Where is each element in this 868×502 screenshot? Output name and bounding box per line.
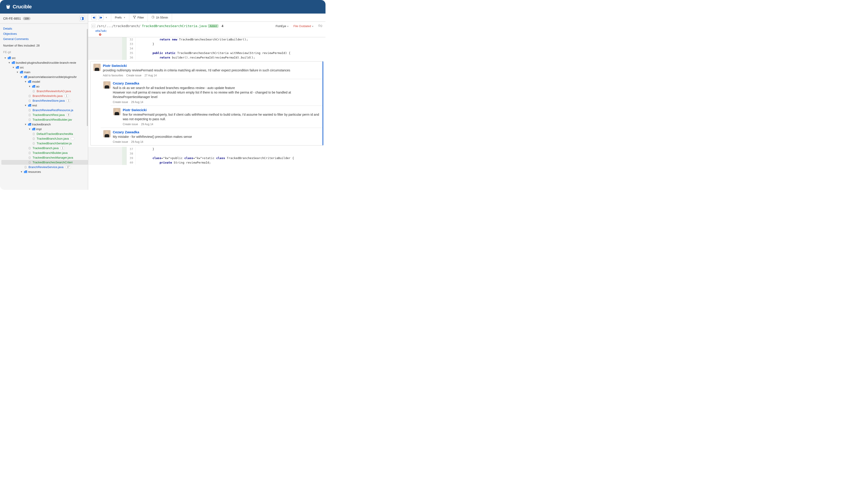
comment-badge: 17 [65,166,71,168]
chevron-down-icon[interactable]: ▼ [16,71,19,73]
file-icon: ⟨⟩ [29,94,32,97]
folder-icon [8,57,11,60]
comment-text: Null is ok as we search for all tracked … [113,86,320,99]
chevron-down-icon[interactable]: ▼ [20,76,23,78]
tree-file[interactable]: ⟨⟩TrackedBranchRestBuilder.jav [1,117,88,122]
chevron-down-icon[interactable]: ▼ [8,61,11,64]
code-text: class="kw">public class="kw">static clas… [136,156,294,160]
tree-folder-impl[interactable]: ▼impl [1,127,88,132]
file-name[interactable]: TrackedBranchesSearchCriteria.java [142,24,207,28]
tree-folder-src[interactable]: ▼src [1,55,88,60]
chevron-down-icon[interactable]: ▼ [4,57,7,59]
permalink-icon[interactable] [318,24,322,28]
chevron-down-icon[interactable]: ▼ [24,81,27,83]
line-number: 35 [127,51,136,55]
logo[interactable]: Crucible [6,4,32,10]
tree-file-selected[interactable]: ⟨⟩TrackedBranchesSearchCriteri [1,160,88,165]
sidebar-link-objectives[interactable]: Objectives [3,31,85,36]
code-line[interactable]: 39 class="kw">public class="kw">static c… [88,156,326,160]
avatar[interactable] [93,64,101,71]
code-line[interactable]: 35 public static TrackedBranchesSearchCr… [88,51,326,55]
tree-file[interactable]: ⟨⟩TrackedBranchBuilder.java [1,150,88,155]
chevron-down-icon[interactable]: ▼ [24,123,27,126]
code-text: } [136,147,154,151]
tree-file[interactable]: ⟨⟩TrackedBranchesManager.java [1,155,88,160]
comment-action[interactable]: Create issue [113,101,128,104]
code-line[interactable]: 34 [88,46,326,51]
tree-file[interactable]: ⟨⟩BranchReviewService.java17 [1,165,88,169]
file-outdated-dropdown[interactable]: File Outdated▼ [293,24,314,28]
file-icon: ⟨⟩ [29,108,32,112]
line-number: 33 [127,42,136,46]
comment-author[interactable]: Cezary Zawadka [113,130,320,134]
tree-file[interactable]: ⟨⟩TrackedBranchRest.java8 [1,113,88,117]
tree-folder-main[interactable]: ▼main [1,70,88,75]
file-icon: ⟨⟩ [32,142,36,145]
sidebar-header: CR-FE-8851 109 [0,13,88,24]
comment-author[interactable]: Piotr Swiecicki [123,108,320,112]
filter-icon [133,15,136,19]
tree-file[interactable]: ⟨⟩TrackedBranchSerializer.ja [1,141,88,146]
tree-file[interactable]: ⟨⟩TrackedBranchJson.java [1,136,88,141]
tree-folder-trackedbranch[interactable]: ▼trackedbranch [1,122,88,127]
code-text: private String reviewPermaId; [136,160,211,165]
chevron-down-icon[interactable]: ▼ [12,66,15,69]
file-icon: ⟨⟩ [32,90,36,93]
comment-action[interactable]: Add to favourites [103,74,123,77]
tree-file[interactable]: ⟨⟩BranchReviewInfo.java1 [1,94,88,98]
main-area: ▼ Prefs ▼ Filter 1h 55min [88,13,326,190]
sidebar-scrollbar[interactable] [87,29,88,126]
avatar[interactable] [113,108,121,115]
tree-folder-ao[interactable]: ▼ao [1,84,88,89]
fisheye-dropdown[interactable]: FishEye▼ [276,24,289,28]
folder-icon [32,85,35,88]
avatar[interactable] [103,81,111,88]
tree-file[interactable]: ⟨⟩BranchReviewInfoAO.java [1,89,88,94]
review-id: CR-FE-8851 [3,17,21,20]
chevron-down-icon[interactable]: ▼ [29,85,31,88]
comment-author[interactable]: Cezary Zawadka [113,81,320,85]
comment-meta: Create issue·29 Aug 14 [113,140,320,144]
comment-author[interactable]: Piotr Swiecicki [103,64,320,67]
folder-icon [20,71,23,74]
filter-button[interactable]: Filter [129,13,148,21]
brand-name: Crucible [13,4,32,10]
tree-file[interactable]: ⟨⟩TrackedBranch.java1 [1,146,88,150]
tree-folder-bundled[interactable]: ▼bundled-plugins/bundled/crucible-branch… [1,60,88,65]
prefs-dropdown[interactable]: Prefs ▼ [111,13,129,21]
tree-folder-model[interactable]: ▼model [1,79,88,84]
chevron-down-icon[interactable]: ▼ [24,104,27,107]
prev-file-button[interactable] [91,15,97,20]
commit-hash[interactable]: e0a7a4c [95,29,322,32]
tree-folder-src2[interactable]: ▼src [1,65,88,70]
code-line[interactable]: 40 private String reviewPermaId; [88,160,326,165]
tree-folder-rest[interactable]: ▼rest [1,103,88,108]
tree-folder-resources[interactable]: ▼resources [1,169,88,174]
tree-file[interactable]: ⟨⟩BranchReviewStore.java1 [1,98,88,103]
tree-file[interactable]: ⟨⟩DefaultTrackedBranchesMa [1,132,88,136]
comment-action[interactable]: Create issue [123,123,138,126]
next-file-button[interactable] [98,15,104,20]
comment-meta: Add to favourites·Create issue·27 Aug 14 [103,74,320,77]
file-icon: ⟨⟩ [29,151,32,155]
comment-action[interactable]: Create issue [126,74,141,77]
sidebar-link-general-comments[interactable]: General Comments [3,36,85,42]
nav-dropdown[interactable]: ▼ [105,17,107,19]
tree-file[interactable]: ⟨⟩BranchReviewRestResource.ja [1,108,88,113]
comment: Piotr Swiecickiproviding null/empty revi… [91,61,322,79]
chevron-down-icon[interactable]: ▼ [20,170,23,173]
code-text [136,151,138,156]
code-line[interactable]: 32 return new TrackedBranchesSearchCrite… [88,37,326,42]
app-header: Crucible [0,0,326,13]
tree-folder-javapath[interactable]: ▼java/com/atlassian/crucible/plugins/br [1,75,88,79]
avatar[interactable] [103,130,111,137]
code-line[interactable]: 36 return builder().reviewPermaId(review… [88,55,326,60]
code-line[interactable]: 33 } [88,42,326,46]
comment-action[interactable]: Create issue [113,140,128,144]
sidebar-link-details[interactable]: Details [3,26,85,31]
collapse-sidebar-button[interactable] [79,16,85,21]
code-line[interactable]: 38 [88,151,326,156]
chevron-down-icon[interactable]: ▼ [29,128,31,130]
code-line[interactable]: 37 } [88,147,326,151]
comment-thread: Piotr Swiecickiproviding null/empty revi… [90,61,323,146]
